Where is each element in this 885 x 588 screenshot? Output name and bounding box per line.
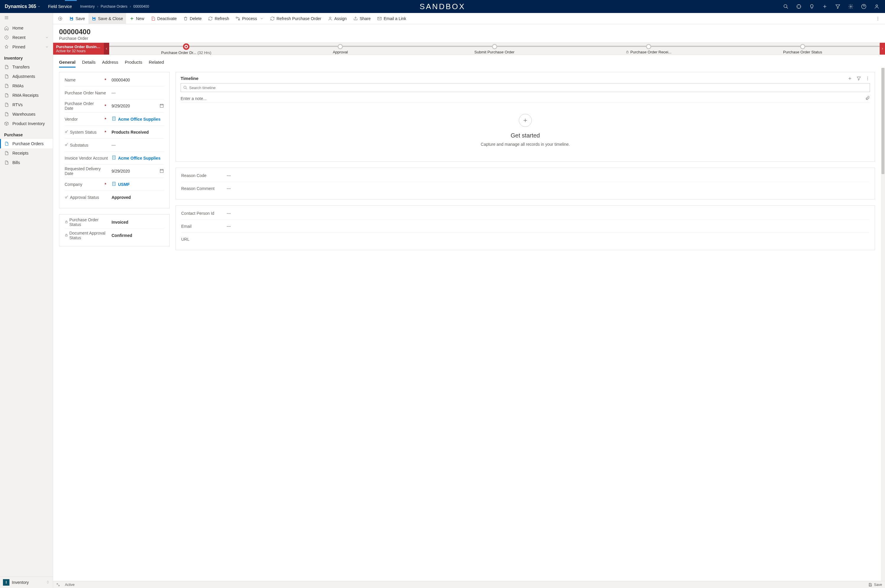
field-req-delivery[interactable]: Requested Delivery Date 9/29/2020: [64, 165, 164, 178]
field-label: Approval Status: [70, 195, 99, 200]
sidebar-item-rmas[interactable]: RMAs: [0, 81, 53, 91]
field-substatus[interactable]: Substatus ---: [64, 139, 164, 152]
scrollbar[interactable]: [881, 68, 885, 581]
help-icon[interactable]: [858, 0, 870, 13]
breadcrumb-0[interactable]: Inventory: [80, 4, 95, 9]
scroll-thumb[interactable]: [882, 68, 884, 174]
bpf-header[interactable]: Purchase Order Business ... Active for 3…: [53, 43, 104, 55]
breadcrumb-2[interactable]: 00000400: [134, 4, 149, 9]
attach-icon[interactable]: [865, 96, 870, 101]
sidebar-item-product-inventory[interactable]: Product Inventory: [0, 119, 53, 128]
timeline-search[interactable]: [181, 83, 870, 92]
app-switcher[interactable]: Dynamics 365: [2, 4, 43, 9]
calendar-icon[interactable]: [159, 103, 164, 109]
popout-icon[interactable]: [56, 583, 60, 587]
area-switcher[interactable]: I Inventory: [0, 576, 53, 588]
status-bar: Active Save: [53, 581, 885, 588]
add-icon[interactable]: [819, 0, 831, 13]
idea-icon[interactable]: [806, 0, 818, 13]
bpf-prev-button[interactable]: [104, 43, 109, 55]
timeline-search-input[interactable]: [189, 86, 867, 90]
field-value: ---: [225, 173, 869, 178]
field-system-status[interactable]: System Status* Products Received: [64, 126, 164, 139]
tab-details[interactable]: Details: [82, 58, 96, 68]
field-value: 9/29/2020: [111, 169, 130, 174]
refresh-button[interactable]: Refresh: [205, 13, 232, 24]
share-button[interactable]: Share: [350, 13, 374, 24]
field-email[interactable]: Email ---: [181, 220, 869, 233]
field-value[interactable]: USMF: [118, 182, 130, 187]
field-po-name[interactable]: Purchase Order Name ---: [64, 87, 164, 99]
tab-address[interactable]: Address: [102, 58, 118, 68]
sidebar-item-warehouses[interactable]: Warehouses: [0, 110, 53, 119]
module-name[interactable]: Field Service: [44, 4, 76, 9]
timeline-more-button[interactable]: [865, 76, 870, 81]
process-button[interactable]: Process: [232, 13, 267, 24]
field-approval-status[interactable]: Approval Status Approved: [64, 191, 164, 204]
sidebar-item-rtvs[interactable]: RTVs: [0, 100, 53, 110]
sidebar-home[interactable]: Home: [0, 23, 53, 33]
more-commands-button[interactable]: [873, 13, 883, 24]
field-value[interactable]: Acme Office Supplies: [118, 156, 160, 160]
lookup-icon: [111, 155, 116, 161]
field-po-date[interactable]: Purchase Order Date* 9/29/2020: [64, 99, 164, 113]
filter-icon[interactable]: [832, 0, 844, 13]
refresh-po-button[interactable]: Refresh Purchase Order: [267, 13, 324, 24]
new-label: New: [136, 16, 144, 21]
record-set-button[interactable]: [55, 13, 66, 24]
save-close-button[interactable]: Save & Close: [88, 13, 126, 24]
bpf-stage-4[interactable]: Purchase Order Status: [726, 44, 880, 54]
tab-general[interactable]: General: [59, 58, 75, 68]
field-name[interactable]: Name* 00000400: [64, 74, 164, 87]
statusbar-save-button[interactable]: Save: [868, 583, 882, 587]
bpf-next-button[interactable]: [880, 43, 885, 55]
sidebar-item-rma-receipts[interactable]: RMA Receipts: [0, 91, 53, 100]
task-icon[interactable]: [793, 0, 805, 13]
bpf-stage-2[interactable]: Submit Purchase Order: [417, 44, 571, 54]
sidebar-item-purchase-orders[interactable]: Purchase Orders: [0, 139, 53, 148]
field-value[interactable]: Acme Office Supplies: [118, 117, 160, 122]
save-button[interactable]: Save: [66, 13, 88, 24]
tab-products[interactable]: Products: [125, 58, 142, 68]
new-button[interactable]: New: [127, 13, 147, 24]
field-reason-comment[interactable]: Reason Comment ---: [181, 182, 869, 195]
sidebar-item-receipts[interactable]: Receipts: [0, 148, 53, 158]
sidebar-pinned[interactable]: Pinned: [0, 42, 53, 52]
field-reason-code[interactable]: Reason Code ---: [181, 169, 869, 182]
calendar-icon[interactable]: [159, 168, 164, 174]
sidebar-item-transfers[interactable]: Transfers: [0, 62, 53, 72]
assign-button[interactable]: Assign: [325, 13, 350, 24]
field-contact-person[interactable]: Contact Person Id ---: [181, 207, 869, 220]
field-company[interactable]: Company* USMF: [64, 178, 164, 191]
bpf-stage-time: (32 Hrs): [197, 51, 211, 55]
breadcrumb-1[interactable]: Purchase Orders: [100, 4, 128, 9]
sidebar-recent[interactable]: Recent: [0, 33, 53, 42]
sidebar-item-adjustments[interactable]: Adjustments: [0, 72, 53, 81]
bpf-stage-3[interactable]: Purchase Order Recei...: [572, 44, 726, 54]
field-vendor[interactable]: Vendor* Acme Office Supplies: [64, 113, 164, 126]
sidebar-item-label: Adjustments: [12, 74, 35, 79]
gear-icon[interactable]: [845, 0, 856, 13]
timeline-filter-button[interactable]: [856, 76, 861, 81]
delete-button[interactable]: Delete: [180, 13, 204, 24]
record-status: Active: [65, 583, 75, 587]
doc-icon: [4, 112, 9, 117]
field-value: ---: [225, 186, 869, 191]
required-indicator: *: [105, 78, 109, 82]
sidebar-group-inventory: Inventory: [0, 52, 53, 62]
timeline-empty-icon[interactable]: [519, 114, 532, 127]
field-url[interactable]: URL: [181, 233, 869, 246]
deactivate-button[interactable]: Deactivate: [148, 13, 180, 24]
field-invoice-vendor[interactable]: Invoice Vendor Account Acme Office Suppl…: [64, 152, 164, 165]
sidebar-item-bills[interactable]: Bills: [0, 158, 53, 167]
bpf-stage-1[interactable]: Approval: [263, 44, 417, 54]
search-icon[interactable]: [780, 0, 792, 13]
timeline-note-input[interactable]: Enter a note...: [181, 94, 870, 103]
sidebar-toggle[interactable]: [0, 13, 53, 23]
field-label: Purchase Order Status: [69, 218, 109, 227]
user-icon[interactable]: [871, 0, 883, 13]
timeline-add-button[interactable]: [848, 76, 852, 81]
bpf-stage-0[interactable]: Purchase Order Dr... (32 Hrs): [109, 43, 263, 55]
tab-related[interactable]: Related: [149, 58, 164, 68]
email-link-button[interactable]: Email a Link: [374, 13, 409, 24]
